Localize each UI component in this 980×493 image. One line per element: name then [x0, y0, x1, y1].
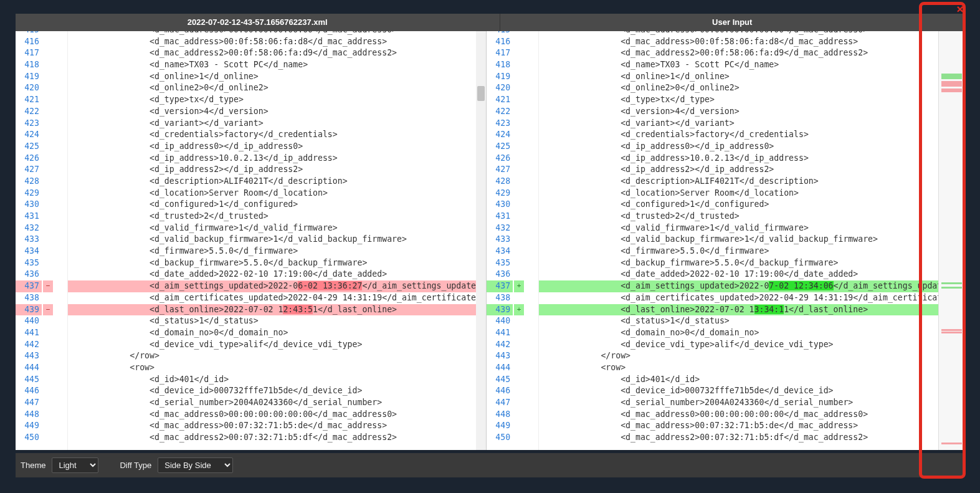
line-number[interactable]: 429 — [16, 188, 42, 199]
line-number[interactable]: 443 — [487, 350, 513, 362]
line-number[interactable]: 423 — [487, 118, 513, 130]
code-line[interactable]: <d_online>1</d_online> — [539, 71, 938, 83]
code-line[interactable]: <d_firmware>5.5.0</d_firmware> — [539, 246, 938, 257]
code-line[interactable]: </row> — [68, 350, 486, 362]
line-number[interactable]: 426 — [487, 153, 513, 165]
line-number[interactable]: 421 — [487, 94, 513, 106]
left-code[interactable]: <d_mac_address0>00:00:00:00:00:00</d_mac… — [68, 31, 486, 450]
theme-select[interactable]: Light — [52, 457, 98, 473]
code-line[interactable]: <d_aim_certificates_updated>2022-04-29 1… — [68, 292, 486, 304]
line-number[interactable]: 439 — [16, 304, 42, 316]
code-line[interactable]: <d_id>401</d_id> — [68, 374, 486, 386]
code-line[interactable]: <d_online2>0</d_online2> — [68, 82, 486, 94]
left-scrollbar[interactable] — [476, 31, 486, 450]
code-line[interactable]: <d_valid_backup_firmware>1</d_valid_back… — [539, 234, 938, 246]
line-number[interactable]: 432 — [487, 223, 513, 234]
line-number[interactable]: 436 — [16, 269, 42, 280]
line-number[interactable]: 433 — [487, 234, 513, 246]
code-line[interactable]: <d_backup_firmware>5.5.0</d_backup_firmw… — [539, 257, 938, 269]
code-line[interactable]: <d_aim_certificates_updated>2022-04-29 1… — [539, 292, 938, 304]
code-line[interactable]: <d_ip_address>10.0.2.13</d_ip_address> — [539, 153, 938, 165]
line-number[interactable]: 429 — [487, 188, 513, 199]
code-line[interactable]: <d_ip_address>10.0.2.13</d_ip_address> — [68, 153, 486, 165]
code-line[interactable]: <d_last_online>2022-07-02 13:34:11</d_la… — [539, 304, 938, 316]
line-number[interactable]: 440 — [487, 315, 513, 327]
code-line[interactable]: <d_trusted>2</d_trusted> — [539, 211, 938, 223]
line-number[interactable]: 418 — [16, 59, 42, 71]
line-number[interactable]: 438 — [487, 292, 513, 304]
overview-change-marker[interactable] — [941, 77, 962, 79]
line-number[interactable]: 421 — [16, 94, 42, 106]
code-line[interactable]: <d_mac_address2>00:0f:58:06:fa:d9</d_mac… — [68, 47, 486, 59]
code-line[interactable]: <d_device_id>000732fffe71b5de</d_device_… — [68, 385, 486, 397]
line-number[interactable]: 426 — [16, 153, 42, 165]
code-line[interactable]: <d_serial_number>2004A0243360</d_serial_… — [68, 397, 486, 409]
code-line[interactable]: <d_name>TX03 - Scott PC</d_name> — [539, 59, 938, 71]
line-number[interactable]: 441 — [16, 327, 42, 339]
line-number[interactable]: 449 — [16, 420, 42, 432]
line-number[interactable]: 416 — [16, 36, 42, 48]
code-line[interactable]: <d_valid_firmware>1</d_valid_firmware> — [68, 223, 486, 234]
code-line[interactable]: <d_ip_address0></d_ip_address0> — [68, 141, 486, 153]
code-line[interactable]: <d_credentials>factory</d_credentials> — [68, 129, 486, 141]
line-number[interactable]: 422 — [16, 106, 42, 118]
line-number[interactable]: 417 — [487, 47, 513, 59]
line-number[interactable]: 435 — [16, 257, 42, 269]
line-number[interactable]: 425 — [487, 141, 513, 153]
line-number[interactable]: 425 — [16, 141, 42, 153]
line-number[interactable]: 430 — [487, 199, 513, 211]
code-line[interactable]: <d_name>TX03 - Scott PC</d_name> — [68, 59, 486, 71]
code-line[interactable]: <d_online2>0</d_online2> — [539, 82, 938, 94]
code-line[interactable]: <d_mac_address2>00:07:32:71:b5:df</d_mac… — [539, 432, 938, 444]
code-line[interactable]: <d_last_online>2022-07-02 12:43:51</d_la… — [68, 304, 486, 316]
line-number[interactable]: 443 — [16, 350, 42, 362]
code-line[interactable]: <d_variant></d_variant> — [539, 118, 938, 130]
line-number[interactable]: 450 — [16, 432, 42, 444]
code-line[interactable]: <d_configured>1</d_configured> — [68, 199, 486, 211]
code-line[interactable]: <d_credentials>factory</d_credentials> — [539, 129, 938, 141]
code-line[interactable]: <d_mac_address>00:07:32:71:b5:de</d_mac_… — [539, 420, 938, 432]
line-number[interactable]: 428 — [16, 176, 42, 188]
overview-change-marker[interactable] — [941, 329, 962, 331]
line-number[interactable]: 435 — [487, 257, 513, 269]
code-line[interactable]: <d_firmware>5.5.0</d_firmware> — [68, 246, 486, 257]
line-number[interactable]: 424 — [487, 129, 513, 141]
line-number[interactable]: 440 — [16, 315, 42, 327]
code-line[interactable]: <d_mac_address>00:0f:58:06:fa:d8</d_mac_… — [68, 36, 486, 48]
code-line[interactable]: <d_mac_address0>00:00:00:00:00:00</d_mac… — [68, 409, 486, 421]
line-number[interactable]: 423 — [16, 118, 42, 130]
code-line[interactable]: <d_valid_backup_firmware>1</d_valid_back… — [68, 234, 486, 246]
code-line[interactable]: <d_domain_no>0</d_domain_no> — [68, 327, 486, 339]
line-number[interactable]: 422 — [487, 106, 513, 118]
code-line[interactable]: <d_online>1</d_online> — [68, 71, 486, 83]
line-number[interactable]: 444 — [487, 362, 513, 374]
line-number[interactable]: 415 — [487, 31, 513, 36]
overview-change-marker[interactable] — [941, 287, 962, 289]
right-code[interactable]: <d_mac_address0>00:00:00:00:00:00</d_mac… — [539, 31, 938, 450]
code-line[interactable]: <row> — [539, 362, 938, 374]
line-number[interactable]: 418 — [487, 59, 513, 71]
line-number[interactable]: 431 — [487, 211, 513, 223]
code-line[interactable]: <d_device_vdi_type>alif</d_device_vdi_ty… — [539, 339, 938, 351]
code-line[interactable]: <d_device_vdi_type>alif</d_device_vdi_ty… — [68, 339, 486, 351]
scrollbar-thumb[interactable] — [477, 86, 485, 101]
left-pane[interactable]: 4154164174184194204214224234244254264274… — [16, 31, 487, 450]
line-number[interactable]: 441 — [487, 327, 513, 339]
code-line[interactable]: <d_mac_address0>00:00:00:00:00:00</d_mac… — [68, 31, 486, 36]
code-line[interactable]: <d_date_added>2022-02-10 17:19:00</d_dat… — [68, 269, 486, 280]
code-line[interactable]: <d_ip_address2></d_ip_address2> — [539, 164, 938, 176]
overview-change-marker[interactable] — [941, 282, 962, 284]
code-line[interactable]: <d_status>1</d_status> — [68, 315, 486, 327]
code-line[interactable]: <d_aim_settings_updated>2022-07-02 12:34… — [539, 280, 938, 292]
code-line[interactable]: <d_mac_address0>00:00:00:00:00:00</d_mac… — [539, 31, 938, 36]
code-line[interactable]: <d_serial_number>2004A0243360</d_serial_… — [539, 397, 938, 409]
code-line[interactable]: <d_date_added>2022-02-10 17:19:00</d_dat… — [539, 269, 938, 280]
code-line[interactable]: <d_device_id>000732fffe71b5de</d_device_… — [539, 385, 938, 397]
line-number[interactable]: 434 — [487, 246, 513, 257]
line-number[interactable]: 433 — [16, 234, 42, 246]
code-line[interactable]: <d_backup_firmware>5.5.0</d_backup_firmw… — [68, 257, 486, 269]
line-number[interactable]: 432 — [16, 223, 42, 234]
line-number[interactable]: 416 — [487, 36, 513, 48]
line-number[interactable]: 446 — [487, 385, 513, 397]
line-number[interactable]: 420 — [487, 82, 513, 94]
